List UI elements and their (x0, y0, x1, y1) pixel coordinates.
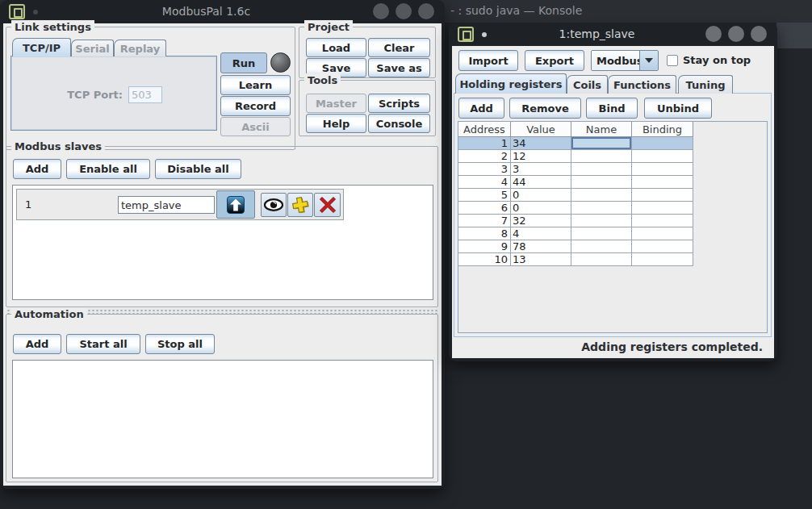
cell-binding[interactable] (632, 137, 693, 150)
tab-tuning[interactable]: Tuning (678, 75, 733, 94)
remove-register-button[interactable]: Remove (509, 98, 581, 119)
cell-value[interactable]: 0 (511, 189, 571, 202)
cell-address[interactable]: 6 (458, 202, 511, 215)
cell-name[interactable] (571, 189, 632, 202)
cell-binding[interactable] (632, 176, 693, 189)
minimize-button[interactable] (373, 3, 389, 19)
cell-value[interactable]: 34 (511, 137, 571, 150)
help-button[interactable]: Help (306, 114, 366, 133)
cell-value[interactable]: 3 (511, 163, 571, 176)
cell-address[interactable]: 8 (458, 227, 511, 240)
table-row[interactable]: 7 32 (458, 215, 693, 227)
cell-address[interactable]: 4 (458, 176, 511, 189)
col-header-binding[interactable]: Binding (632, 122, 693, 137)
cell-value[interactable]: 78 (511, 240, 571, 253)
tab-coils[interactable]: Coils (567, 75, 608, 94)
record-button[interactable]: Record (220, 96, 291, 116)
tcp-port-input[interactable] (128, 86, 162, 103)
stay-on-top-checkbox[interactable] (667, 55, 678, 66)
cell-binding[interactable] (632, 227, 693, 240)
save-as-button[interactable]: Save as (368, 58, 430, 77)
cell-binding[interactable] (632, 215, 693, 227)
cell-binding[interactable] (632, 189, 693, 202)
import-button[interactable]: Import (458, 50, 518, 71)
table-row[interactable]: 1 34 (458, 137, 693, 150)
load-button[interactable]: Load (306, 38, 366, 57)
add-automation-button[interactable] (287, 193, 313, 217)
cell-name[interactable] (571, 202, 632, 215)
cell-binding[interactable] (632, 253, 693, 266)
table-row[interactable]: 4 44 (458, 176, 693, 189)
cell-value[interactable]: 44 (511, 176, 571, 189)
maximize-button[interactable] (396, 3, 412, 19)
cell-value[interactable]: 32 (511, 215, 571, 227)
cell-address[interactable]: 10 (458, 253, 511, 266)
col-header-address[interactable]: Address (458, 122, 511, 137)
window-menu-icon[interactable] (458, 27, 474, 42)
col-header-name[interactable]: Name (571, 122, 632, 137)
table-row[interactable]: 9 78 (458, 240, 693, 253)
cell-name[interactable] (571, 163, 632, 176)
close-button[interactable] (751, 26, 767, 42)
table-row[interactable]: 6 0 (458, 202, 693, 215)
maximize-button[interactable] (728, 26, 744, 42)
unbind-button[interactable]: Unbind (644, 98, 712, 119)
enable-all-button[interactable]: Enable all (66, 159, 150, 179)
minimize-button[interactable] (705, 26, 722, 42)
table-row[interactable]: 2 12 (458, 150, 693, 163)
stop-all-button[interactable]: Stop all (145, 334, 215, 354)
console-button[interactable]: Console (368, 114, 430, 133)
tab-serial[interactable]: Serial (71, 40, 114, 56)
window-menu-icon[interactable] (9, 4, 25, 19)
tab-functions[interactable]: Functions (608, 75, 676, 94)
slave-row[interactable]: 1 (16, 189, 344, 220)
modbus-mode-select[interactable]: Modbus (591, 50, 659, 71)
cell-binding[interactable] (632, 163, 693, 176)
slave-name-input[interactable] (118, 196, 215, 214)
cell-name[interactable] (571, 240, 632, 253)
table-row[interactable]: 5 0 (458, 189, 693, 202)
add-automation-main-button[interactable]: Add (13, 334, 61, 354)
tab-tcpip[interactable]: TCP/IP (12, 38, 71, 56)
tab-holding-registers[interactable]: Holding registers (455, 73, 567, 94)
cell-value[interactable]: 12 (511, 150, 571, 163)
cell-value[interactable]: 13 (511, 253, 571, 266)
cell-address[interactable]: 9 (458, 240, 511, 253)
table-row[interactable]: 8 4 (458, 227, 693, 240)
cell-value[interactable]: 4 (511, 227, 571, 240)
add-slave-button[interactable]: Add (13, 159, 61, 179)
cell-name[interactable] (571, 150, 632, 163)
table-row[interactable]: 3 3 (458, 163, 693, 176)
clear-button[interactable]: Clear (368, 38, 430, 57)
scripts-button[interactable]: Scripts (368, 94, 430, 113)
cell-name[interactable] (571, 253, 632, 266)
close-button[interactable] (418, 3, 434, 19)
slave-enabled-toggle[interactable] (216, 190, 255, 219)
export-button[interactable]: Export (525, 50, 584, 71)
show-slave-button[interactable] (261, 193, 287, 217)
tab-replay[interactable]: Replay (114, 40, 166, 56)
cell-name[interactable] (571, 215, 632, 227)
cell-value[interactable]: 0 (511, 202, 571, 215)
add-register-button[interactable]: Add (458, 98, 504, 119)
col-header-value[interactable]: Value (511, 122, 571, 137)
cell-name[interactable] (571, 176, 632, 189)
cell-name[interactable] (571, 227, 632, 240)
run-button[interactable]: Run (220, 52, 267, 73)
cell-address[interactable]: 3 (458, 163, 511, 176)
disable-all-button[interactable]: Disable all (155, 159, 241, 179)
cell-name[interactable] (571, 137, 632, 150)
cell-binding[interactable] (632, 202, 693, 215)
delete-slave-button[interactable] (314, 193, 341, 217)
cell-address[interactable]: 2 (458, 150, 511, 163)
temp-slave-titlebar[interactable]: 1:temp_slave (449, 23, 777, 46)
cell-binding[interactable] (632, 240, 693, 253)
cell-address[interactable]: 5 (458, 189, 511, 202)
cell-address[interactable]: 7 (458, 215, 511, 227)
learn-button[interactable]: Learn (220, 75, 291, 95)
cell-address[interactable]: 1 (458, 137, 511, 150)
bind-button[interactable]: Bind (586, 98, 638, 119)
start-all-button[interactable]: Start all (66, 334, 140, 354)
table-row[interactable]: 10 13 (458, 253, 693, 266)
cell-binding[interactable] (632, 150, 693, 163)
